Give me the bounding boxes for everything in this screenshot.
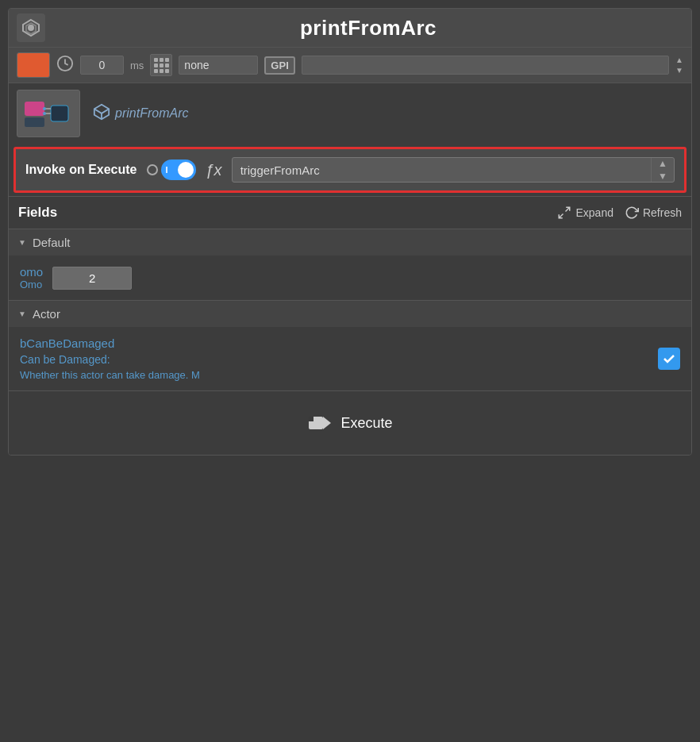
expand-button[interactable]: Expand [557,206,613,220]
gpi-select[interactable] [302,56,669,75]
grid-icon[interactable] [150,54,172,76]
arrow-select[interactable]: ▲ ▼ [675,56,683,75]
invoke-label: Invoke on Execute [25,163,137,177]
actor-field-row: bCanBeDamaged Can be Damaged: Whether th… [20,336,680,381]
fields-header: Fields Expand Refresh [9,196,691,229]
fx-label: ƒx [206,161,222,179]
execute-label: Execute [340,415,392,432]
default-section: ▼ Default omo Omo [9,229,691,301]
arrow-up-icon: ▲ [675,56,683,64]
toggle-switch[interactable]: I [161,160,196,180]
svg-rect-4 [25,102,44,116]
omo-field-input[interactable] [52,267,132,290]
refresh-icon [625,206,639,220]
svg-point-10 [43,112,46,115]
svg-rect-5 [25,117,44,127]
toggle-on-label: I [166,165,168,175]
omo-label-group: omo Omo [20,265,43,290]
actor-field-label-group: bCanBeDamaged Can be Damaged: Whether th… [20,336,200,381]
checkmark-icon [662,352,676,366]
bcanbe-checkbox-container[interactable] [658,348,680,370]
page-title: printFromArc [53,16,683,40]
trigger-select[interactable] [179,56,258,75]
toggle-container[interactable]: I [147,160,196,180]
bcanbe-field-display: Can be Damaged: [20,353,200,366]
preview-name: printFromArc [93,103,188,125]
fn-arrow-down: ▼ [658,171,667,182]
actor-section-label: Actor [33,307,60,321]
svg-line-14 [560,214,563,218]
svg-marker-16 [323,417,331,429]
main-panel: printFromArc ms GPI ▲ ▼ [8,8,692,456]
invoke-row: Invoke on Execute I ƒx triggerFromArc ▲ … [13,147,687,193]
time-unit-label: ms [130,60,144,71]
default-section-header[interactable]: ▼ Default [9,229,691,256]
actor-section-header[interactable]: ▼ Actor [9,301,691,327]
fields-actions: Expand Refresh [557,206,682,220]
svg-point-2 [29,25,33,30]
svg-rect-6 [51,106,68,121]
omo-field-name: omo [20,265,43,279]
arrow-down-icon: ▼ [675,66,683,75]
time-input[interactable] [80,56,124,75]
refresh-label: Refresh [643,206,682,219]
execute-icon [307,410,333,436]
execute-bar: Execute [9,391,691,455]
toggle-off-dot [147,164,158,175]
preview-thumbnail [17,90,80,137]
color-swatch[interactable] [17,52,50,78]
function-dropdown-arrow[interactable]: ▲ ▼ [651,158,674,182]
bcanbe-checkbox[interactable] [658,348,680,370]
svg-rect-17 [309,417,313,421]
preview-box-icon [93,103,110,125]
clock-icon [56,55,74,76]
function-select-text: triggerFromArc [233,159,651,182]
actor-section: ▼ Actor bCanBeDamaged Can be Damaged: Wh… [9,301,691,391]
default-section-label: Default [33,236,71,249]
bcanbe-field-name: bCanBeDamaged [20,336,200,350]
gpi-badge: GPI [264,56,294,75]
svg-line-13 [566,207,570,211]
toolbar: ms GPI ▲ ▼ [9,48,691,83]
app-icon [17,13,45,42]
expand-label: Expand [575,206,613,219]
expand-icon [557,206,571,220]
refresh-button[interactable]: Refresh [625,206,682,220]
default-section-body: omo Omo [9,256,691,300]
function-select-container[interactable]: triggerFromArc ▲ ▼ [232,157,675,183]
preview-row: printFromArc [9,83,691,144]
fields-title: Fields [18,205,557,221]
preview-name-text: printFromArc [115,106,188,121]
omo-field-row: omo Omo [20,265,680,290]
execute-button[interactable]: Execute [291,404,408,442]
svg-point-9 [43,107,46,110]
default-chevron-icon: ▼ [18,238,26,247]
actor-chevron-icon: ▼ [18,309,26,318]
omo-field-display: Omo [20,279,43,290]
bcanbe-field-desc: Whether this actor can take damage. M [20,369,200,381]
actor-section-body: bCanBeDamaged Can be Damaged: Whether th… [9,327,691,390]
fn-arrow-up: ▲ [658,158,667,169]
title-bar: printFromArc [9,9,691,48]
toggle-knob [178,162,194,178]
